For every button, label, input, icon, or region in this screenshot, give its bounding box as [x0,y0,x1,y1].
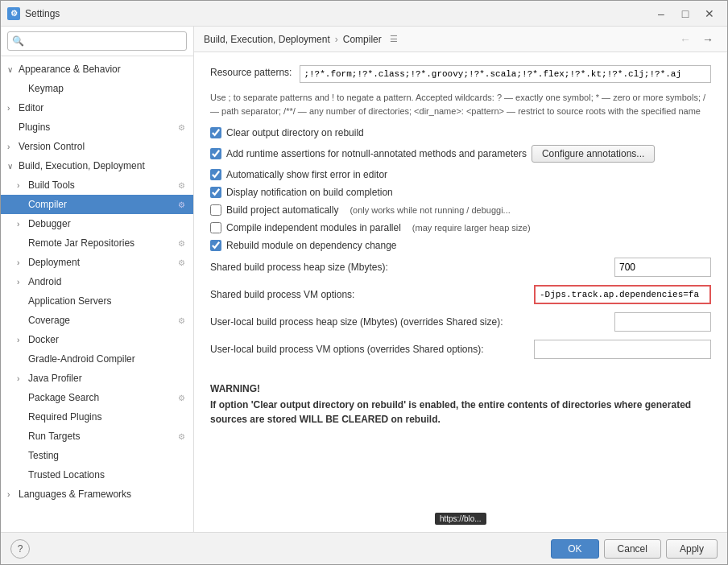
breadcrumb-parent: Build, Execution, Deployment [204,34,330,45]
show-first-error-row: Automatically show first error in editor [210,169,711,180]
sidebar-item-label: Deployment [28,257,176,268]
sidebar-item-label: Plugins [19,122,176,133]
sidebar-item-debugger[interactable]: › Debugger [1,214,193,233]
title-bar: ⚙ Settings – □ ✕ [1,1,727,27]
sidebar-item-plugins[interactable]: Plugins ⚙ [1,118,193,137]
user-vm-row: User-local build process VM options (ove… [210,340,711,359]
sidebar-item-label: Application Servers [28,295,187,307]
search-input[interactable] [7,31,187,51]
user-heap-input[interactable] [614,312,711,332]
compile-parallel-label: Compile independent modules in parallel [226,222,401,233]
sidebar-item-app-servers[interactable]: Application Servers [1,291,193,311]
show-first-error-checkbox[interactable] [210,169,221,180]
sidebar-item-java-profiler[interactable]: › Java Profiler [1,369,193,388]
minimize-button[interactable]: – [650,4,672,23]
build-auto-note: (only works while not running / debuggi.… [350,205,510,215]
vm-options-label: Shared build process VM options: [210,289,526,300]
sidebar-item-run-targets[interactable]: Run Targets ⚙ [1,427,193,446]
search-icon: 🔍 [12,35,24,47]
chevron-icon: › [17,181,28,190]
breadcrumb-bar: Build, Execution, Deployment › Compiler … [194,27,727,52]
maximize-button[interactable]: □ [674,4,697,23]
cancel-button[interactable]: Cancel [604,539,661,559]
tooltip: https://blo... [435,513,486,525]
ok-button[interactable]: OK [551,539,598,559]
sidebar-item-gradle-android[interactable]: Gradle-Android Compiler [1,349,193,369]
sidebar-item-docker[interactable]: › Docker [1,330,193,349]
sidebar-item-label: Android [28,276,187,287]
sidebar-item-android[interactable]: › Android [1,272,193,291]
sidebar-item-label: Required Plugins [28,411,187,423]
heap-size-input[interactable] [614,258,711,277]
apply-button[interactable]: Apply [666,539,718,559]
sidebar-item-label: Appearance & Behavior [19,64,187,75]
sidebar-item-compiler[interactable]: Compiler ⚙ [1,195,193,214]
warning-box: WARNING! If option 'Clear output directo… [210,375,711,435]
user-vm-label: User-local build process VM options (ove… [210,344,526,355]
search-box: 🔍 [1,27,193,56]
settings-icon: ⚙ [176,239,187,248]
sidebar-item-testing[interactable]: Testing [1,446,193,465]
vm-options-input[interactable] [534,285,711,304]
configure-annotations-button[interactable]: Configure annotations... [532,145,655,163]
window-controls: – □ ✕ [650,4,721,23]
sidebar-item-label: Debugger [28,218,187,229]
chevron-icon: › [17,278,28,287]
rebuild-dependency-row: Rebuild module on dependency change [210,240,711,251]
user-heap-row: User-local build process heap size (Mbyt… [210,312,711,332]
notification-build-checkbox[interactable] [210,187,221,198]
sidebar-item-trusted-locations[interactable]: Trusted Locations [1,465,193,485]
compile-parallel-checkbox[interactable] [210,222,221,233]
show-first-error-label: Automatically show first error in editor [226,169,387,180]
sidebar-item-remote-jar[interactable]: Remote Jar Repositories ⚙ [1,233,193,253]
settings-icon: ⚙ [176,432,187,441]
sidebar-item-label: Languages & Frameworks [19,489,187,500]
sidebar-item-build-execution[interactable]: ∨ Build, Execution, Deployment [1,156,193,175]
sidebar-item-version-control[interactable]: › Version Control [1,137,193,156]
sidebar-item-languages[interactable]: › Languages & Frameworks [1,485,193,504]
footer: ? OK https://blo... Cancel Apply [1,532,727,564]
settings-window: ⚙ Settings – □ ✕ 🔍 ∨ Appearance & Behavi… [0,0,728,565]
sidebar-item-build-tools[interactable]: › Build Tools ⚙ [1,175,193,195]
sidebar-item-label: Compiler [28,199,176,210]
nav-forward-button[interactable]: → [698,30,718,49]
settings-icon: ⚙ [176,258,187,267]
runtime-assertions-checkbox[interactable] [210,148,221,159]
build-auto-checkbox[interactable] [210,204,221,216]
user-vm-input[interactable] [534,340,711,359]
settings-icon: ⚙ [176,181,187,190]
sidebar-item-label: Version Control [19,141,187,152]
clear-output-label: Clear output directory on rebuild [226,127,364,138]
build-auto-row: Build project automatically (only works … [210,204,711,216]
chevron-icon: ∨ [7,65,19,74]
sidebar-tree: ∨ Appearance & Behavior Keymap › Editor … [1,56,193,532]
sidebar-item-keymap[interactable]: Keymap [1,79,193,98]
close-button[interactable]: ✕ [698,4,721,23]
sidebar-item-editor[interactable]: › Editor [1,98,193,118]
chevron-icon: › [17,220,28,229]
resource-patterns-hint: Use ; to separate patterns and ! to nega… [210,91,711,118]
sidebar-item-appearance[interactable]: ∨ Appearance & Behavior [1,60,193,79]
sidebar-item-deployment[interactable]: › Deployment ⚙ [1,253,193,272]
warning-title: WARNING! [210,383,711,394]
warning-text: If option 'Clear output directory on reb… [210,398,711,427]
chevron-icon: › [7,142,19,151]
clear-output-checkbox[interactable] [210,127,221,138]
sidebar-item-label: Keymap [28,83,187,94]
sidebar-item-package-search[interactable]: Package Search ⚙ [1,388,193,407]
nav-back-button[interactable]: ← [676,30,695,49]
sidebar-item-label: Remote Jar Repositories [28,237,176,249]
sidebar-item-label: Docker [28,334,187,345]
rebuild-dependency-checkbox[interactable] [210,240,221,251]
compile-parallel-row: Compile independent modules in parallel … [210,222,711,233]
sidebar-item-coverage[interactable]: Coverage ⚙ [1,311,193,330]
resource-patterns-input[interactable] [300,65,711,83]
heap-size-row: Shared build process heap size (Mbytes): [210,258,711,277]
help-button[interactable]: ? [10,539,30,559]
settings-icon: ⚙ [176,316,187,325]
build-auto-label: Build project automatically [226,204,338,216]
sidebar-item-required-plugins[interactable]: Required Plugins [1,407,193,427]
sidebar-item-label: Gradle-Android Compiler [28,353,187,365]
runtime-assertions-label: Add runtime assertions for notnull-annot… [226,148,527,159]
vm-options-row: Shared build process VM options: [210,285,711,304]
